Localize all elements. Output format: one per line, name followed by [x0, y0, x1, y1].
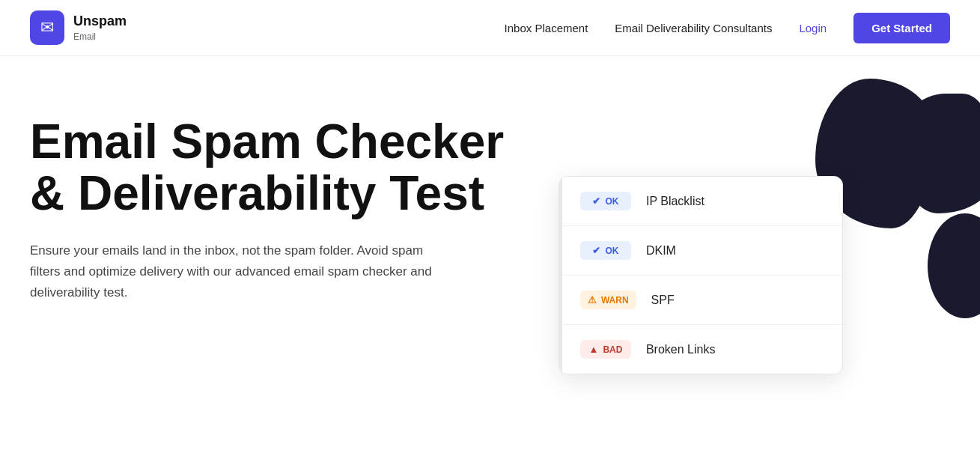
ok-label-2: OK	[605, 246, 618, 256]
logo-emoji: ✉	[40, 18, 54, 37]
warn-label: WARN	[601, 295, 629, 306]
ok-icon-1: ✔	[592, 195, 600, 207]
nav-login[interactable]: Login	[799, 22, 827, 34]
nav-deliverability-consultants[interactable]: Email Deliverability Consultants	[615, 22, 772, 34]
logo-icon: ✉	[30, 10, 64, 45]
nav-inbox-placement[interactable]: Inbox Placement	[505, 22, 588, 34]
status-badge-bad: ▲ BAD	[580, 340, 631, 359]
get-started-button[interactable]: Get Started	[853, 13, 950, 43]
hero-left: Email Spam Checker & Deliverability Test…	[30, 101, 536, 303]
logo-link[interactable]: ✉ Unspam Email	[30, 10, 127, 45]
check-row-dkim: ✔ OK DKIM	[559, 226, 842, 276]
status-badge-ok-1: ✔ OK	[580, 192, 631, 210]
hero-section: Email Spam Checker & Deliverability Test…	[0, 56, 980, 465]
ok-label-1: OK	[605, 196, 618, 207]
blob-2	[898, 94, 980, 213]
check-label-ip-blacklist: IP Blacklist	[646, 195, 704, 208]
brand-name: Unspam	[73, 13, 127, 29]
check-panel: ✔ OK IP Blacklist ✔ OK DKIM ⚠ WARN SPF	[559, 176, 843, 374]
status-badge-ok-2: ✔ OK	[580, 241, 631, 260]
check-row-spf: ⚠ WARN SPF	[559, 276, 842, 325]
check-row-ip-blacklist: ✔ OK IP Blacklist	[559, 177, 842, 226]
bad-label: BAD	[603, 344, 622, 355]
blob-3	[928, 213, 980, 318]
status-badge-warn: ⚠ WARN	[580, 291, 636, 309]
ok-icon-2: ✔	[592, 245, 600, 256]
check-label-dkim: DKIM	[646, 244, 676, 258]
check-row-broken-links: ▲ BAD Broken Links	[559, 325, 842, 374]
hero-right: ✔ OK IP Blacklist ✔ OK DKIM ⚠ WARN SPF	[536, 101, 950, 465]
logo-text: Unspam Email	[73, 13, 127, 43]
hero-description: Ensure your emails land in the inbox, no…	[30, 240, 434, 303]
check-label-broken-links: Broken Links	[646, 343, 716, 356]
warn-icon: ⚠	[588, 294, 597, 306]
nav-links: Inbox Placement Email Deliverability Con…	[505, 13, 950, 43]
brand-sub: Email	[73, 31, 96, 42]
hero-title: Email Spam Checker & Deliverability Test	[30, 116, 536, 219]
bad-icon: ▲	[589, 344, 599, 355]
navbar: ✉ Unspam Email Inbox Placement Email Del…	[0, 0, 980, 56]
check-label-spf: SPF	[651, 294, 675, 307]
